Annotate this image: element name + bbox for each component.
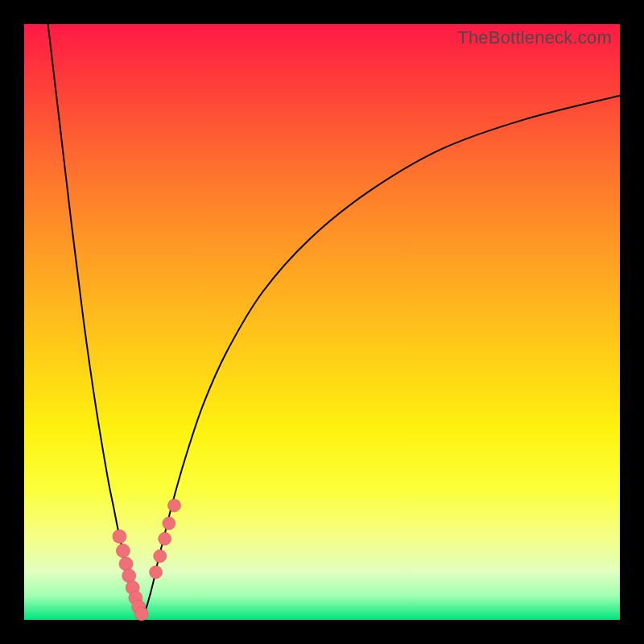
curve-layer xyxy=(24,24,620,620)
curve-right-branch xyxy=(143,96,620,617)
data-dot xyxy=(159,532,171,545)
dots-right-group xyxy=(150,499,181,579)
data-dot xyxy=(119,557,133,571)
data-dot xyxy=(163,517,175,530)
plot-area: TheBottleneck.com xyxy=(24,24,620,620)
curve-left-branch xyxy=(48,24,143,617)
data-dot xyxy=(116,544,130,558)
data-dot xyxy=(150,566,163,579)
data-dot xyxy=(154,550,167,563)
data-dot xyxy=(113,530,126,543)
data-dot xyxy=(122,569,136,583)
data-dot xyxy=(134,607,148,621)
data-dot xyxy=(167,499,180,512)
chart-frame: TheBottleneck.com xyxy=(0,0,644,644)
dots-left-group xyxy=(113,530,148,621)
